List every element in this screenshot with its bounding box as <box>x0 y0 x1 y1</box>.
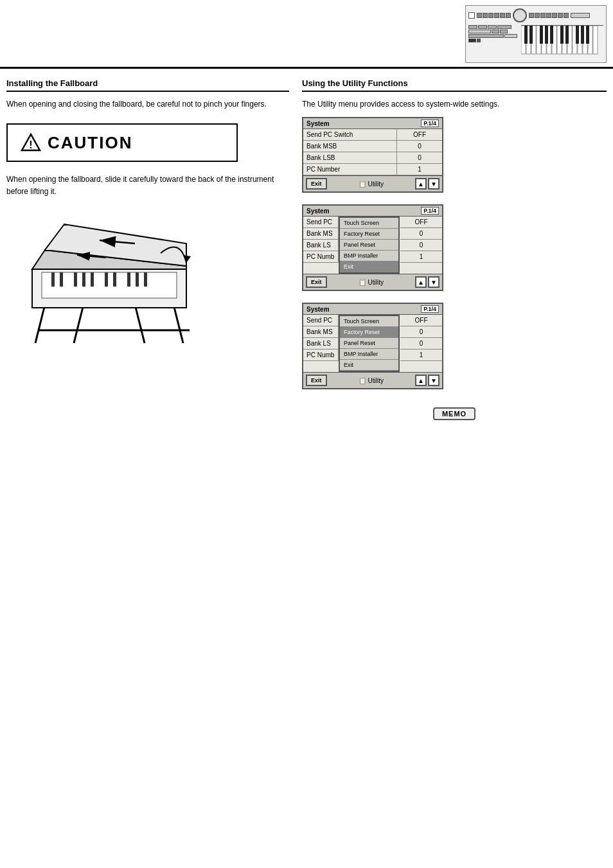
screen-panel-2: System P.1/4 Send PC Bank MS Bank LS PC … <box>302 204 443 291</box>
screen-exit-btn-2[interactable]: Exit <box>306 276 327 288</box>
screen-value-1-2: 0 <box>397 141 442 152</box>
svg-rect-19 <box>550 26 553 44</box>
svg-rect-45 <box>127 272 130 287</box>
utility-label-2: Utility <box>368 279 384 286</box>
svg-rect-22 <box>576 26 579 44</box>
utility-icon-1: 📋 <box>359 181 366 188</box>
utility-label-3: Utility <box>368 377 384 384</box>
memo-badge-container: MEMO <box>302 407 607 420</box>
svg-rect-20 <box>560 26 564 44</box>
screen-page-1: P.1/4 <box>421 120 439 127</box>
left-body-text-2: When opening the fallboard, slide it car… <box>6 173 289 198</box>
svg-line-30 <box>135 305 145 343</box>
right-body-text: The Utility menu provides access to syst… <box>302 98 607 111</box>
screen-utility-1: 📋 Utility <box>359 181 384 188</box>
screen-title-1: System <box>306 120 330 127</box>
svg-rect-41 <box>82 272 85 287</box>
svg-rect-18 <box>545 26 548 44</box>
svg-text:!: ! <box>29 139 32 150</box>
nav-down-3[interactable]: ▼ <box>428 375 440 386</box>
screen-value-1-1: OFF <box>397 129 442 140</box>
screens-container: System P.1/4 Send PC Switch OFF Bank MSB… <box>302 117 607 401</box>
screen-header-3: System P.1/4 <box>303 304 442 315</box>
svg-rect-39 <box>60 272 63 287</box>
header <box>0 0 613 69</box>
svg-rect-14 <box>593 26 598 54</box>
screen-nav-1: ▲ ▼ <box>415 178 440 190</box>
screen-row-1-2: Bank MSB 0 <box>303 141 442 152</box>
svg-rect-15 <box>524 26 528 44</box>
svg-rect-16 <box>529 26 533 44</box>
screen-row-1-4: PC Number 1 <box>303 164 442 175</box>
nav-up-3[interactable]: ▲ <box>415 375 427 386</box>
utility-icon-3: 📋 <box>359 377 366 384</box>
svg-rect-21 <box>565 26 569 44</box>
warning-triangle-icon: ! <box>21 132 41 153</box>
screen-nav-2: ▲ ▼ <box>415 276 440 288</box>
left-column: Installing the Fallboard When opening an… <box>6 78 289 420</box>
svg-rect-40 <box>74 272 77 287</box>
nav-up-1[interactable]: ▲ <box>415 178 427 190</box>
screen-page-3: P.1/4 <box>421 305 439 313</box>
right-column: Using the Utility Functions The Utility … <box>302 78 607 420</box>
screen-label-1-3: Bank LSB <box>303 152 397 163</box>
utility-label-1: Utility <box>368 181 384 188</box>
screen-panel-3: System P.1/4 Send PC Bank MS Bank LS PC … <box>302 303 443 389</box>
svg-rect-44 <box>113 272 116 287</box>
screen-title-2: System <box>306 208 330 215</box>
svg-rect-23 <box>581 26 584 44</box>
svg-rect-24 <box>586 26 589 44</box>
svg-line-27 <box>35 305 45 343</box>
keyboard-diagram <box>465 5 607 63</box>
left-section-title: Installing the Fallboard <box>6 78 289 92</box>
svg-line-28 <box>173 305 183 343</box>
screen-value-1-3: 0 <box>397 152 442 163</box>
screen-page-2: P.1/4 <box>421 207 439 215</box>
piano-illustration <box>6 205 212 346</box>
caution-box: ! CAUTION <box>6 123 238 162</box>
screen-panel-1: System P.1/4 Send PC Switch OFF Bank MSB… <box>302 117 443 193</box>
svg-rect-46 <box>136 272 139 287</box>
svg-line-29 <box>74 305 84 343</box>
screen-nav-3: ▲ ▼ <box>415 375 440 386</box>
screen-exit-btn-3[interactable]: Exit <box>306 375 327 386</box>
screen-header-1: System P.1/4 <box>303 118 442 129</box>
nav-up-2[interactable]: ▲ <box>415 276 427 288</box>
caution-label: CAUTION <box>48 133 132 153</box>
screen-label-1-2: Bank MSB <box>303 141 397 152</box>
screen-label-1-1: Send PC Switch <box>303 129 397 140</box>
nav-down-2[interactable]: ▼ <box>428 276 440 288</box>
screen-utility-2: 📋 Utility <box>359 279 384 286</box>
right-section-title: Using the Utility Functions <box>302 78 607 92</box>
screen-footer-1: Exit 📋 Utility ▲ ▼ <box>303 175 442 191</box>
screen-footer-3: Exit 📋 Utility ▲ ▼ <box>303 372 442 388</box>
svg-rect-42 <box>91 272 94 287</box>
memo-badge: MEMO <box>433 407 475 420</box>
screen-utility-3: 📋 Utility <box>359 377 384 384</box>
screen-exit-btn-1[interactable]: Exit <box>306 178 327 190</box>
screen-label-1-4: PC Number <box>303 164 397 175</box>
screen-value-1-4: 1 <box>397 164 442 175</box>
svg-rect-43 <box>105 272 108 287</box>
piano-svg <box>6 205 212 346</box>
utility-icon-2: 📋 <box>359 279 366 286</box>
svg-rect-38 <box>51 272 55 287</box>
left-body-text-1: When opening and closing the fallboard, … <box>6 98 289 111</box>
nav-down-1[interactable]: ▼ <box>428 178 440 190</box>
screen-title-3: System <box>306 306 330 313</box>
screen-footer-2: Exit 📋 Utility ▲ ▼ <box>303 274 442 290</box>
screen-row-1-3: Bank LSB 0 <box>303 152 442 164</box>
main-content: Installing the Fallboard When opening an… <box>0 69 613 430</box>
screen-header-2: System P.1/4 <box>303 206 442 217</box>
screen-row-1-1: Send PC Switch OFF <box>303 129 442 141</box>
svg-rect-47 <box>144 272 147 287</box>
svg-rect-17 <box>540 26 543 44</box>
